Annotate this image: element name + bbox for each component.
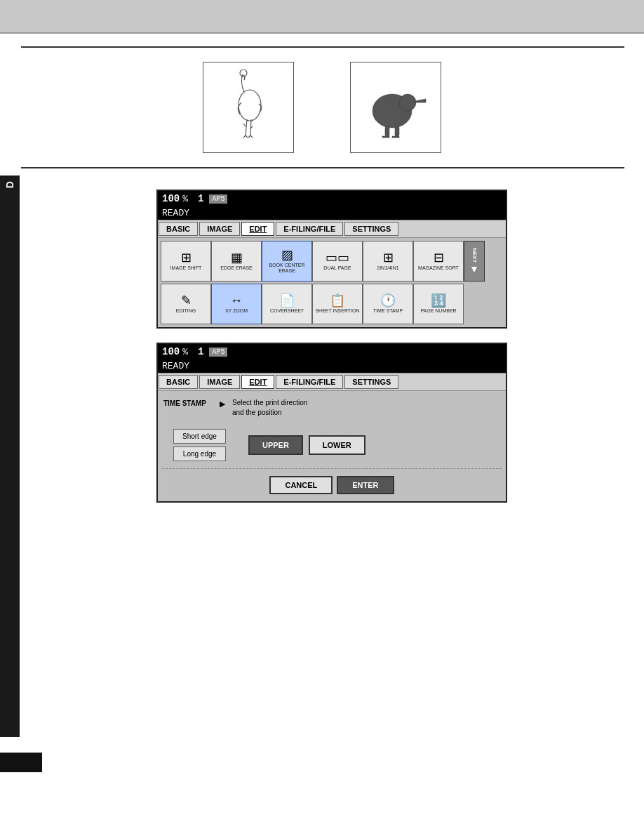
btn-page-number-label: PAGE NUMBER <box>420 308 456 314</box>
bottom-tab <box>0 753 42 772</box>
next-button-1[interactable]: NEXT ▼ <box>464 241 485 282</box>
btn-editing-label: EDITING <box>176 308 196 314</box>
btn-book-center-label: BOOK CENTER ERASE <box>264 263 310 273</box>
tab-image-1[interactable]: IMAGE <box>199 222 240 236</box>
dual-page-icon: ▭▭ <box>326 251 349 264</box>
btn-edge-erase-label: EDGE ERASE <box>220 265 253 271</box>
btn-short-edge[interactable]: Short edge <box>173 429 226 444</box>
enter-button[interactable]: ENTER <box>337 476 394 494</box>
xy-zoom-icon: ↔ <box>230 294 243 307</box>
screen2-ready: READY <box>158 359 506 373</box>
screen1-row1: ⊞ IMAGE SHIFT ▦ EDGE ERASE ▨ BOOK CENTER… <box>161 241 485 282</box>
ts-arrow-icon: ▶ <box>220 398 225 409</box>
screen2-aps: AP5 <box>209 348 227 357</box>
editing-icon: ✎ <box>181 294 192 307</box>
screen1-panel: 100 % 1 AP5 READY BASIC IMAGE EDIT E-FIL… <box>156 190 507 329</box>
screen1-ready: READY <box>158 206 506 220</box>
screen1-tab-bar: BASIC IMAGE EDIT E-FILING/FILE SETTINGS <box>158 220 506 238</box>
btn-image-shift[interactable]: ⊞ IMAGE SHIFT <box>161 241 211 282</box>
svg-point-0 <box>239 90 261 121</box>
btn-xy-zoom[interactable]: ↔ XY ZOOM <box>211 284 262 324</box>
time-stamp-row: TIME STAMP ▶ Select the print direction … <box>162 395 502 421</box>
screen2-tab-bar: BASIC IMAGE EDIT E-FILING/FILE SETTINGS <box>158 373 506 391</box>
screen2-zoom: 100 <box>162 346 180 357</box>
screen1-zoom-unit: % <box>182 194 188 204</box>
page-section: D 100 % 1 AP5 READY BASIC IMAGE EDIT E-F… <box>0 176 644 737</box>
tab-image-2[interactable]: IMAGE <box>199 375 240 389</box>
btn-dual-page-label: DUAL PAGE <box>323 265 351 271</box>
sheet-insertion-icon: 📋 <box>330 294 345 307</box>
btn-coversheet[interactable]: 📄 COVERSHEET <box>262 284 312 324</box>
tab-edit-2[interactable]: EDIT <box>241 375 274 389</box>
page-number-icon: 🔢 <box>431 294 446 307</box>
cancel-button[interactable]: CANCEL <box>269 476 333 494</box>
svg-line-4 <box>243 135 246 138</box>
tab-settings-1[interactable]: SETTINGS <box>344 222 398 236</box>
main-content: 100 % 1 AP5 READY BASIC IMAGE EDIT E-FIL… <box>20 176 644 737</box>
btn-time-stamp[interactable]: 🕐 TIME STAMP <box>363 284 413 324</box>
btn-page-number[interactable]: 🔢 PAGE NUMBER <box>413 284 464 324</box>
btn-editing[interactable]: ✎ EDITING <box>161 284 211 324</box>
coversheet-icon: 📄 <box>279 294 295 307</box>
btn-time-stamp-label: TIME STAMP <box>373 308 403 314</box>
btn-2in1[interactable]: ⊞ 2IN1/4IN1 <box>363 241 413 282</box>
screen2-controls: Short edge Long edge UPPER LOWER <box>162 426 502 464</box>
svg-point-11 <box>399 94 416 111</box>
btn-xy-zoom-label: XY ZOOM <box>225 308 248 314</box>
time-stamp-icon: 🕐 <box>380 294 396 307</box>
screen2-panel: 100 % 1 AP5 READY BASIC IMAGE EDIT E-FIL… <box>156 343 507 503</box>
ts-instruction-line2: and the position <box>232 408 307 418</box>
btn-sheet-insertion[interactable]: 📋 SHEET INSERTION <box>312 284 363 324</box>
svg-line-9 <box>250 135 253 138</box>
tab-edit-1[interactable]: EDIT <box>241 222 274 236</box>
btn-2in1-label: 2IN1/4IN1 <box>377 265 399 271</box>
edge-erase-icon: ▦ <box>231 251 243 264</box>
left-tab-label: D <box>4 181 15 188</box>
svg-line-5 <box>246 135 248 138</box>
next-arrow-icon: ▼ <box>469 263 479 274</box>
tab-efiling-2[interactable]: E-FILING/FILE <box>276 375 343 389</box>
btn-magazine-sort[interactable]: ⊟ MAGAZINE SORT <box>413 241 464 282</box>
ts-instruction-line1: Select the print direction <box>232 398 307 408</box>
btn-image-shift-label: IMAGE SHIFT <box>170 265 202 271</box>
2in1-icon: ⊞ <box>383 251 394 264</box>
btn-edge-erase[interactable]: ▦ EDGE ERASE <box>211 241 262 282</box>
screen2-zoom-unit: % <box>182 347 188 357</box>
flamingo-icon <box>220 69 276 146</box>
image-shift-icon: ⊞ <box>181 251 192 264</box>
screen2-content: TIME STAMP ▶ Select the print direction … <box>158 391 506 501</box>
svg-line-3 <box>243 124 246 126</box>
bottom-section <box>0 744 644 772</box>
magazine-sort-icon: ⊟ <box>434 251 444 264</box>
svg-line-2 <box>246 119 247 135</box>
top-bar <box>0 0 644 34</box>
btn-dual-page[interactable]: ▭▭ DUAL PAGE <box>312 241 363 282</box>
btn-magazine-sort-label: MAGAZINE SORT <box>418 265 459 271</box>
screen1-copy-count: 1 <box>198 193 203 204</box>
edge-buttons-group: Short edge Long edge <box>173 429 226 461</box>
btn-book-center[interactable]: ▨ BOOK CENTER ERASE <box>262 241 312 282</box>
action-buttons: CANCEL ENTER <box>162 473 502 497</box>
screen2-copy-count: 1 <box>198 346 203 357</box>
tab-settings-2[interactable]: SETTINGS <box>344 375 398 389</box>
svg-line-8 <box>248 135 250 138</box>
screen1-zoom: 100 <box>162 193 180 204</box>
btn-coversheet-label: COVERSHEET <box>270 308 304 314</box>
btn-upper[interactable]: UPPER <box>248 435 303 455</box>
screen1-status-bar: 100 % 1 AP5 <box>158 191 506 206</box>
ts-instructions: Select the print direction and the posit… <box>232 398 307 418</box>
tab-efiling-1[interactable]: E-FILING/FILE <box>276 222 343 236</box>
kiwi-frame <box>350 62 441 153</box>
screen1-aps: AP5 <box>209 194 227 204</box>
btn-sheet-insertion-label: SHEET INSERTION <box>315 308 359 314</box>
position-buttons-group: UPPER LOWER <box>248 435 365 455</box>
tab-basic-2[interactable]: BASIC <box>159 375 198 389</box>
btn-lower[interactable]: LOWER <box>309 435 365 455</box>
svg-rect-13 <box>395 126 399 136</box>
dotted-divider <box>162 468 502 469</box>
btn-long-edge[interactable]: Long edge <box>173 446 226 461</box>
flamingo-frame <box>203 62 294 153</box>
book-center-icon: ▨ <box>281 249 293 261</box>
birds-section <box>21 48 623 167</box>
tab-basic-1[interactable]: BASIC <box>159 222 198 236</box>
